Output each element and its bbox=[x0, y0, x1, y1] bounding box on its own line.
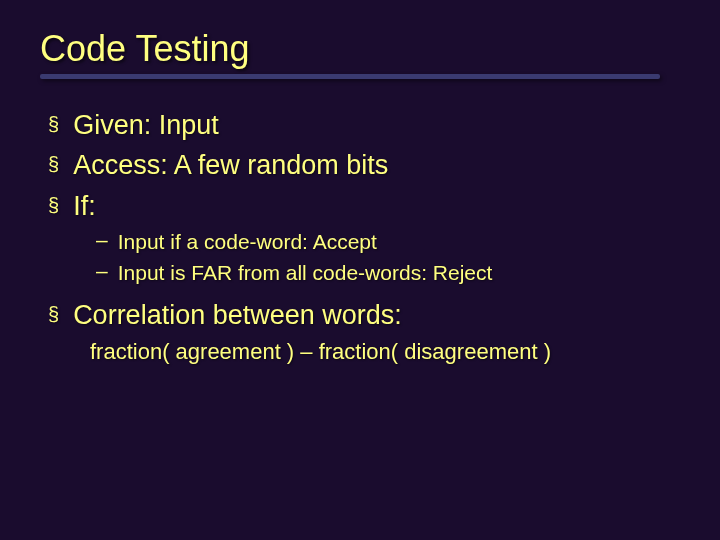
dash-bullet-icon: – bbox=[96, 228, 108, 252]
sub-bullet-item: – Input is FAR from all code-words: Reje… bbox=[96, 259, 680, 287]
square-bullet-icon: § bbox=[48, 194, 59, 217]
sub-bullet-item: – Input if a code-word: Accept bbox=[96, 228, 680, 256]
bullet-item: § Correlation between words: bbox=[48, 297, 680, 333]
bullet-text: Access: A few random bits bbox=[73, 147, 388, 183]
indented-line: fraction( agreement ) – fraction( disagr… bbox=[90, 337, 680, 368]
slide-content: § Given: Input § Access: A few random bi… bbox=[40, 107, 680, 368]
bullet-item: § Given: Input bbox=[48, 107, 680, 143]
bullet-text: If: bbox=[73, 188, 96, 224]
bullet-text: Correlation between words: bbox=[73, 297, 402, 333]
sub-bullet-text: Input is FAR from all code-words: Reject bbox=[118, 259, 493, 287]
title-underline bbox=[40, 74, 660, 79]
dash-bullet-icon: – bbox=[96, 259, 108, 283]
slide-title: Code Testing bbox=[40, 28, 680, 70]
slide: Code Testing § Given: Input § Access: A … bbox=[0, 0, 720, 540]
sub-bullet-text: Input if a code-word: Accept bbox=[118, 228, 377, 256]
bullet-item: § Access: A few random bits bbox=[48, 147, 680, 183]
square-bullet-icon: § bbox=[48, 113, 59, 136]
square-bullet-icon: § bbox=[48, 153, 59, 176]
bullet-text: Given: Input bbox=[73, 107, 219, 143]
bullet-item: § If: bbox=[48, 188, 680, 224]
square-bullet-icon: § bbox=[48, 303, 59, 326]
